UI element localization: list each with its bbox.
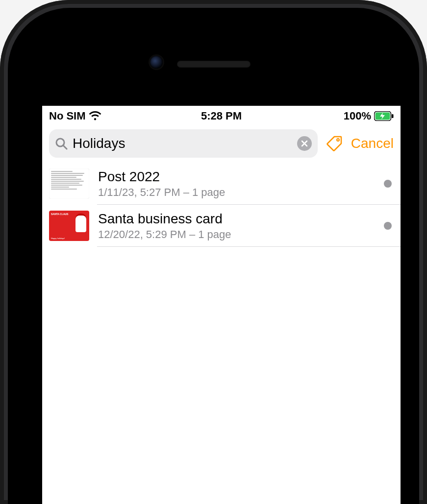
search-input[interactable] bbox=[73, 136, 292, 151]
phone-bezel: No SIM 5:28 PM 100% bbox=[8, 8, 419, 504]
svg-rect-2 bbox=[392, 114, 394, 118]
mute-switch bbox=[0, 118, 1, 147]
status-dot-icon bbox=[384, 180, 392, 188]
carrier-text: No SIM bbox=[49, 110, 86, 122]
thumb-tag: SANTA CLAUS bbox=[51, 213, 68, 216]
clear-search-button[interactable] bbox=[297, 136, 312, 151]
result-title: Santa business card bbox=[98, 211, 375, 227]
result-title: Post 2022 bbox=[98, 168, 375, 185]
battery-icon bbox=[374, 111, 394, 121]
result-subtitle: 12/20/22, 5:29 PM – 1 page bbox=[98, 228, 375, 241]
speaker-grille bbox=[177, 61, 251, 68]
result-row[interactable]: Post 2022 1/11/23, 5:27 PM – 1 page bbox=[42, 163, 401, 205]
battery-percent: 100% bbox=[344, 110, 371, 122]
phone-frame: No SIM 5:28 PM 100% bbox=[0, 0, 427, 504]
svg-line-4 bbox=[63, 145, 67, 149]
document-thumbnail bbox=[49, 168, 89, 199]
svg-point-7 bbox=[337, 139, 339, 141]
front-camera bbox=[150, 56, 163, 69]
volume-up-button bbox=[0, 171, 1, 225]
status-bar: No SIM 5:28 PM 100% bbox=[42, 106, 401, 126]
cancel-button[interactable]: Cancel bbox=[351, 136, 394, 151]
search-toolbar: Cancel bbox=[42, 126, 401, 163]
search-results-list: Post 2022 1/11/23, 5:27 PM – 1 page SANT… bbox=[42, 163, 401, 247]
screen: No SIM 5:28 PM 100% bbox=[42, 106, 401, 504]
document-thumbnail: SANTA CLAUS Happy holidays! bbox=[49, 211, 89, 241]
result-subtitle: 1/11/23, 5:27 PM – 1 page bbox=[98, 186, 375, 199]
tag-filter-button[interactable] bbox=[325, 134, 344, 153]
search-icon bbox=[55, 137, 68, 150]
status-dot-icon bbox=[384, 222, 392, 230]
result-row[interactable]: SANTA CLAUS Happy holidays! Santa busine… bbox=[42, 205, 401, 247]
wifi-icon bbox=[89, 111, 101, 121]
volume-down-button bbox=[0, 245, 1, 299]
thumb-foot: Happy holidays! bbox=[51, 237, 65, 240]
search-field[interactable] bbox=[49, 129, 318, 158]
status-time: 5:28 PM bbox=[201, 110, 242, 122]
